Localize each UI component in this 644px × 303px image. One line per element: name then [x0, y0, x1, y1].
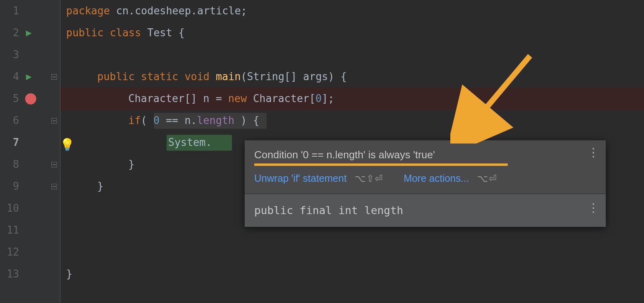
more-menu-icon[interactable]: ⋮ — [587, 148, 599, 156]
fold-toggle-icon[interactable] — [51, 153, 57, 175]
keyword: package — [66, 5, 110, 17]
number: 0 — [153, 114, 160, 126]
breakpoint-icon[interactable] — [25, 93, 36, 104]
keyword: public — [66, 27, 104, 39]
text: ]; — [322, 92, 334, 104]
quick-doc: public final int length ⋮ — [245, 193, 606, 227]
unwrap-if-link[interactable]: Unwrap 'if' statement — [254, 171, 347, 185]
text: System. — [168, 136, 212, 148]
text: ) { — [234, 114, 259, 126]
brace: { — [179, 27, 185, 39]
tooltip-main: Condition '0 == n.length' is always 'tru… — [245, 140, 606, 193]
keyword: new — [228, 92, 247, 104]
annotation-underline — [254, 163, 508, 166]
quick-doc-text: public final int length — [254, 204, 403, 216]
text: (String[] args) { — [241, 71, 347, 83]
code-line[interactable]: } — [97, 175, 104, 197]
line-number[interactable]: 10 — [0, 197, 19, 219]
text: ( — [141, 114, 153, 126]
brace: } — [97, 180, 104, 192]
run-gutter-icon[interactable]: ▶ — [26, 22, 31, 44]
text: == n. — [159, 114, 197, 126]
code-line[interactable]: } — [66, 263, 73, 285]
method-name: main — [216, 71, 241, 83]
text: cn.codesheep.article; — [110, 5, 247, 17]
shortcut-hint: ⌥⇧⏎ — [355, 172, 383, 185]
code-line[interactable]: } — [128, 153, 135, 175]
fold-toggle-icon[interactable] — [51, 110, 57, 132]
text: Character[ — [247, 92, 315, 104]
line-number[interactable]: 2 — [0, 22, 19, 44]
line-number[interactable]: 11 — [0, 219, 19, 241]
line-number[interactable]: 3 — [0, 44, 19, 66]
keyword: if — [128, 114, 141, 126]
line-number[interactable]: 9 — [0, 175, 19, 197]
more-menu-icon[interactable]: ⋮ — [587, 204, 599, 212]
fold-toggle-icon[interactable] — [51, 66, 57, 88]
line-number[interactable]: 8 — [0, 153, 19, 175]
code-line[interactable]: Character[] n = new Character[0]; — [128, 88, 334, 110]
inspection-message: Condition '0 == n.length' is always 'tru… — [254, 148, 596, 162]
code-line[interactable]: if( 0 == n.length ) { — [128, 110, 259, 132]
keyword: class — [104, 27, 141, 39]
code-line[interactable]: public class Test { — [66, 22, 185, 44]
code-line[interactable]: System. — [168, 132, 212, 153]
line-number[interactable]: 4 — [0, 66, 19, 88]
line-number[interactable]: 5 — [0, 88, 19, 110]
line-number[interactable]: 13 — [0, 263, 19, 285]
quickfix-row: Unwrap 'if' statement ⌥⇧⏎ More actions..… — [254, 171, 596, 185]
line-number[interactable]: 1 — [0, 0, 19, 22]
line-number[interactable]: 12 — [0, 241, 19, 263]
code-editor[interactable]: 1 2 3 4 5 6 7 8 9 10 11 12 13 ▶ ▶ 💡 pack… — [0, 0, 644, 303]
fold-toggle-icon[interactable] — [51, 175, 57, 197]
class-name: Test — [141, 27, 179, 39]
text: Character[] n = — [128, 92, 228, 104]
code-line[interactable]: public static void main(String[] args) { — [97, 66, 347, 88]
brace: } — [66, 268, 73, 280]
code-line[interactable]: package cn.codesheep.article; — [66, 0, 247, 22]
shortcut-hint: ⌥⏎ — [477, 172, 497, 185]
brace: } — [128, 158, 135, 170]
inspection-tooltip[interactable]: ⋮ Condition '0 == n.length' is always 't… — [245, 140, 606, 227]
code-area[interactable]: package cn.codesheep.article; public cla… — [66, 0, 91, 303]
number: 0 — [316, 92, 322, 104]
line-number[interactable]: 6 — [0, 110, 19, 132]
line-number[interactable]: 7 — [0, 132, 19, 153]
field: length — [197, 114, 234, 126]
more-actions-link[interactable]: More actions... — [404, 171, 469, 185]
run-gutter-icon[interactable]: ▶ — [26, 66, 31, 88]
keyword: public static void — [97, 71, 216, 83]
